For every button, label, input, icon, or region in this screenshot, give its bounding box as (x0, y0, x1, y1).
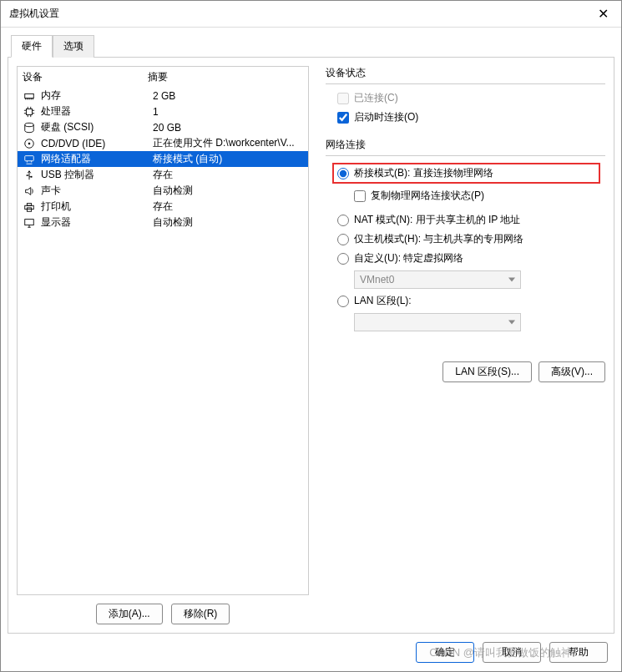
poweron-checkbox-row[interactable]: 启动时连接(O) (337, 110, 602, 124)
device-name: 内存 (41, 88, 148, 103)
device-row[interactable]: 内存2 GB (18, 88, 308, 104)
svg-rect-9 (27, 203, 31, 205)
device-list: 设备 摘要 内存2 GB处理器1硬盘 (SCSI)20 GBCD/DVD (ID… (17, 66, 309, 595)
remove-button[interactable]: 移除(R) (171, 604, 230, 624)
device-row[interactable]: 处理器1 (18, 104, 308, 119)
device-row[interactable]: 显示器自动检测 (18, 215, 308, 230)
device-row[interactable]: 打印机存在 (18, 199, 308, 215)
nat-radio-row[interactable]: NAT 模式(N): 用于共享主机的 IP 地址 (337, 213, 602, 227)
lansegment-radio[interactable] (337, 296, 349, 307)
svg-point-6 (27, 174, 28, 176)
add-button[interactable]: 添加(A)... (96, 604, 163, 624)
poweron-label: 启动时连接(O) (354, 110, 418, 124)
disk-icon (23, 122, 36, 134)
lan-segments-button[interactable]: LAN 区段(S)... (442, 361, 532, 382)
device-row[interactable]: CD/DVD (IDE)正在使用文件 D:\workcenter\V... (18, 135, 308, 151)
device-name: 显示器 (41, 215, 148, 230)
cancel-button[interactable]: 取消 (483, 642, 541, 663)
replicate-label: 复制物理网络连接状态(P) (371, 189, 484, 203)
device-name: CD/DVD (IDE) (41, 138, 148, 149)
device-list-header: 设备 摘要 (18, 67, 308, 88)
lansegment-radio-row[interactable]: LAN 区段(L): (337, 294, 602, 308)
tab-strip: 硬件 选项 (11, 34, 614, 57)
device-summary: 20 GB (153, 122, 303, 134)
bridged-highlight: 桥接模式(B): 直接连接物理网络 (332, 163, 600, 184)
poweron-checkbox[interactable] (337, 112, 349, 124)
svg-rect-1 (27, 109, 33, 114)
custom-select: VMnet0 (354, 270, 521, 289)
device-summary: 存在 (153, 168, 303, 182)
hostonly-radio[interactable] (337, 234, 349, 245)
connected-checkbox-row: 已连接(C) (337, 91, 602, 105)
device-summary: 正在使用文件 D:\workcenter\V... (153, 136, 303, 150)
bridged-label: 桥接模式(B): 直接连接物理网络 (354, 166, 493, 180)
device-status-title: 设备状态 (326, 66, 605, 80)
left-pane: 设备 摘要 内存2 GB处理器1硬盘 (SCSI)20 GBCD/DVD (ID… (17, 66, 309, 624)
lansegment-label: LAN 区段(L): (354, 294, 412, 308)
svg-rect-5 (25, 155, 34, 160)
device-summary: 自动检测 (153, 215, 303, 230)
vm-settings-window: 虚拟机设置 ✕ 硬件 选项 设备 摘要 内存2 GB处理器1硬盘 (SCSI)2… (0, 0, 622, 672)
device-summary: 存在 (153, 200, 303, 214)
titlebar: 虚拟机设置 ✕ (1, 1, 621, 28)
lan-button-row: LAN 区段(S)... 高级(V)... (326, 361, 605, 382)
svg-rect-7 (31, 175, 33, 177)
right-pane: 设备状态 已连接(C) 启动时连接(O) 网络连接 (326, 66, 605, 624)
connected-label: 已连接(C) (354, 91, 398, 105)
dialog-footer: 确定 取消 帮助 (1, 634, 621, 671)
device-summary: 自动检测 (153, 184, 303, 198)
device-summary: 桥接模式 (自动) (153, 152, 303, 166)
svg-point-2 (25, 123, 34, 126)
bridged-radio[interactable] (337, 168, 349, 179)
replicate-checkbox[interactable] (354, 190, 366, 202)
device-name: 网络适配器 (41, 152, 148, 166)
svg-point-4 (28, 142, 31, 144)
device-summary: 1 (153, 106, 303, 118)
custom-radio[interactable] (337, 253, 349, 265)
tab-hardware[interactable]: 硬件 (11, 35, 53, 58)
content-area: 硬件 选项 设备 摘要 内存2 GB处理器1硬盘 (SCSI)20 GBCD/D… (1, 28, 621, 634)
hostonly-radio-row[interactable]: 仅主机模式(H): 与主机共享的专用网络 (337, 232, 602, 246)
tab-panel-hardware: 设备 摘要 内存2 GB处理器1硬盘 (SCSI)20 GBCD/DVD (ID… (8, 57, 614, 634)
device-row[interactable]: 网络适配器桥接模式 (自动) (18, 151, 308, 167)
nat-label: NAT 模式(N): 用于共享主机的 IP 地址 (354, 213, 520, 227)
device-row[interactable]: 硬盘 (SCSI)20 GB (18, 119, 308, 135)
svg-rect-11 (25, 219, 34, 225)
display-icon (23, 217, 36, 229)
network-title: 网络连接 (326, 138, 605, 152)
cpu-icon (23, 106, 36, 118)
ok-button[interactable]: 确定 (416, 642, 474, 663)
custom-label: 自定义(U): 特定虚拟网络 (354, 251, 463, 265)
device-name: 声卡 (41, 184, 148, 198)
header-device: 设备 (23, 70, 148, 84)
bridged-radio-row[interactable]: 桥接模式(B): 直接连接物理网络 (337, 166, 595, 180)
svg-rect-0 (25, 93, 34, 98)
device-buttons: 添加(A)... 移除(R) (17, 604, 309, 624)
device-name: 硬盘 (SCSI) (41, 120, 148, 134)
device-rows: 内存2 GB处理器1硬盘 (SCSI)20 GBCD/DVD (IDE)正在使用… (18, 88, 308, 230)
custom-radio-row[interactable]: 自定义(U): 特定虚拟网络 (337, 251, 602, 265)
device-name: 打印机 (41, 200, 148, 214)
advanced-button[interactable]: 高级(V)... (539, 361, 605, 382)
connected-checkbox (337, 93, 349, 104)
usb-icon (23, 169, 36, 181)
help-button[interactable]: 帮助 (549, 642, 608, 663)
printer-icon (23, 201, 36, 213)
device-summary: 2 GB (153, 90, 303, 102)
network-icon (23, 154, 36, 165)
tab-options[interactable]: 选项 (53, 35, 94, 58)
device-name: USB 控制器 (41, 168, 148, 182)
close-icon[interactable]: ✕ (593, 6, 613, 22)
custom-select-value: VMnet0 (360, 274, 394, 285)
memory-icon (23, 90, 36, 102)
sound-icon (23, 185, 36, 197)
nat-radio[interactable] (337, 215, 349, 226)
lansegment-select (354, 313, 521, 331)
device-row[interactable]: USB 控制器存在 (18, 167, 308, 183)
window-title: 虚拟机设置 (9, 7, 59, 21)
replicate-checkbox-row[interactable]: 复制物理网络连接状态(P) (354, 189, 602, 203)
group-network: 网络连接 桥接模式(B): 直接连接物理网络 复制物理网络连接状态(P) (326, 138, 605, 335)
device-row[interactable]: 声卡自动检测 (18, 183, 308, 199)
hostonly-label: 仅主机模式(H): 与主机共享的专用网络 (354, 232, 523, 246)
group-device-status: 设备状态 已连接(C) 启动时连接(O) (326, 66, 605, 128)
